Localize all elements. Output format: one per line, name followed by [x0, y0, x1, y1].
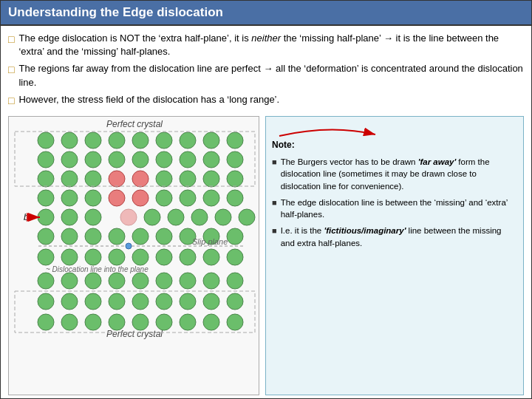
bullet-text-2: The regions far away from the dislocatio…	[18, 62, 524, 89]
svg-point-60	[38, 249, 54, 265]
svg-point-73	[109, 273, 125, 289]
svg-point-70	[38, 273, 54, 289]
note-bullet-icon-1: ■	[272, 157, 277, 168]
svg-point-32	[132, 190, 149, 206]
svg-point-8	[203, 132, 219, 149]
svg-point-68	[227, 249, 243, 265]
svg-point-6	[156, 132, 172, 149]
svg-point-67	[203, 249, 219, 265]
svg-point-4	[109, 132, 125, 149]
page-title: Understanding the Edge dislocation	[8, 5, 223, 19]
title-bar: Understanding the Edge dislocation	[1, 1, 531, 26]
svg-point-87	[227, 293, 243, 310]
note-bullet-1: ■ The Burgers vector has to be drawn 'fa…	[272, 156, 517, 193]
note-text-1: The Burgers vector has to be drawn 'far …	[281, 156, 517, 193]
bullet-item-1: □ The edge dislocation is NOT the ‘extra…	[8, 32, 524, 58]
svg-point-72	[85, 273, 101, 289]
svg-point-12	[85, 151, 101, 168]
svg-point-22	[109, 171, 125, 187]
svg-point-24	[156, 171, 172, 187]
svg-point-91	[109, 314, 125, 330]
note-text-2: The edge dislocation line is between the…	[281, 197, 517, 221]
svg-point-88	[38, 314, 54, 330]
svg-point-66	[180, 249, 196, 265]
svg-point-89	[61, 314, 78, 330]
svg-point-51	[109, 228, 125, 245]
svg-point-90	[85, 314, 101, 330]
svg-point-9	[227, 132, 243, 149]
svg-point-33	[156, 190, 172, 206]
svg-point-10	[38, 151, 54, 168]
crystal-diagram: Perfect crystal	[8, 116, 259, 395]
svg-point-53	[156, 228, 172, 245]
svg-point-86	[203, 293, 219, 310]
svg-point-52	[132, 228, 149, 245]
svg-point-7	[180, 132, 196, 149]
svg-point-61	[61, 249, 78, 265]
svg-point-44	[215, 209, 231, 225]
bullet-icon-3: □	[8, 94, 14, 109]
svg-point-28	[38, 190, 54, 206]
svg-text:~ Dislocation line into the pl: ~ Dislocation line into the plane	[46, 265, 149, 273]
bullet-section: □ The edge dislocation is NOT the ‘extra…	[8, 32, 524, 112]
svg-point-1	[38, 132, 54, 149]
svg-point-79	[38, 293, 54, 310]
bullet-item-2: □ The regions far away from the dislocat…	[8, 62, 524, 89]
svg-point-38	[61, 209, 78, 225]
svg-point-43	[191, 209, 208, 225]
svg-point-83	[132, 293, 149, 310]
main-container: Understanding the Edge dislocation □ The…	[0, 0, 532, 399]
svg-point-59	[126, 243, 132, 249]
svg-point-94	[180, 314, 196, 330]
svg-point-77	[203, 273, 219, 289]
svg-point-78	[227, 273, 243, 289]
svg-point-80	[61, 293, 78, 310]
bullet-item-3: □ However, the stress field of the dislo…	[8, 93, 524, 109]
svg-point-31	[109, 190, 125, 206]
svg-text:Perfect crystal: Perfect crystal	[106, 329, 163, 339]
note-bullet-2: ■ The edge dislocation line is between t…	[272, 197, 517, 221]
svg-point-29	[61, 190, 78, 206]
note-bullet-icon-2: ■	[272, 197, 277, 209]
svg-point-48	[38, 228, 54, 245]
svg-point-23	[132, 171, 149, 187]
svg-point-37	[38, 209, 54, 225]
svg-point-15	[156, 151, 172, 168]
svg-point-95	[203, 314, 219, 330]
svg-point-75	[156, 273, 172, 289]
svg-point-40	[120, 209, 137, 225]
svg-point-30	[85, 190, 101, 206]
svg-point-3	[85, 132, 101, 149]
content-area: □ The edge dislocation is NOT the ‘extra…	[1, 26, 531, 398]
note-bullet-3: ■ I.e. it is the 'fictitious/imaginary' …	[272, 225, 517, 249]
svg-point-71	[61, 273, 78, 289]
svg-point-92	[132, 314, 149, 330]
note-bullet-icon-3: ■	[272, 225, 277, 237]
svg-point-65	[156, 249, 172, 265]
svg-point-82	[109, 293, 125, 310]
bullet-text-3: However, the stress field of the disloca…	[18, 93, 279, 106]
svg-point-14	[132, 151, 149, 168]
svg-point-93	[156, 314, 172, 330]
svg-point-26	[203, 171, 219, 187]
svg-point-35	[203, 190, 219, 206]
bullet-text-1: The edge dislocation is NOT the ‘extra h…	[18, 32, 524, 58]
svg-point-11	[61, 151, 78, 168]
svg-point-50	[85, 228, 101, 245]
svg-point-74	[132, 273, 149, 289]
svg-point-21	[85, 171, 101, 187]
svg-point-45	[239, 209, 255, 225]
svg-point-49	[61, 228, 78, 245]
svg-point-81	[85, 293, 101, 310]
svg-point-76	[180, 273, 196, 289]
svg-point-25	[180, 171, 196, 187]
svg-point-42	[168, 209, 184, 225]
bullet-icon-2: □	[8, 63, 14, 78]
svg-point-16	[180, 151, 196, 168]
svg-point-64	[132, 249, 149, 265]
svg-point-85	[180, 293, 196, 310]
note-text-3: I.e. it is the 'fictitious/imaginary' li…	[281, 225, 517, 249]
svg-text:Perfect crystal: Perfect crystal	[106, 119, 163, 129]
svg-point-39	[85, 209, 101, 225]
svg-point-41	[144, 209, 160, 225]
